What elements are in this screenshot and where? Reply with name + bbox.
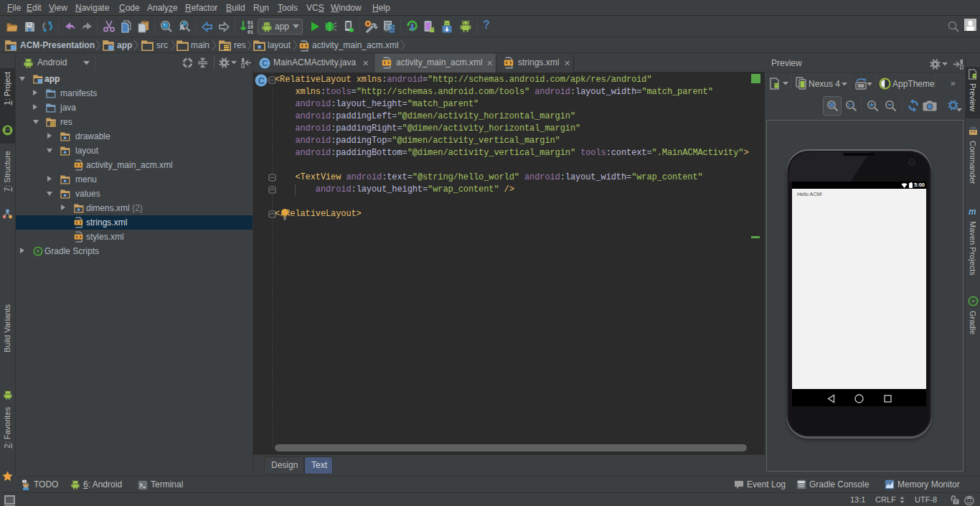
svg-text:A: A: [179, 24, 184, 32]
svg-text:1:1: 1:1: [847, 103, 854, 108]
svg-text:T: T: [955, 500, 958, 504]
svg-text:C: C: [262, 59, 268, 67]
svg-text:C: C: [258, 76, 265, 86]
svg-text:01: 01: [248, 30, 253, 34]
